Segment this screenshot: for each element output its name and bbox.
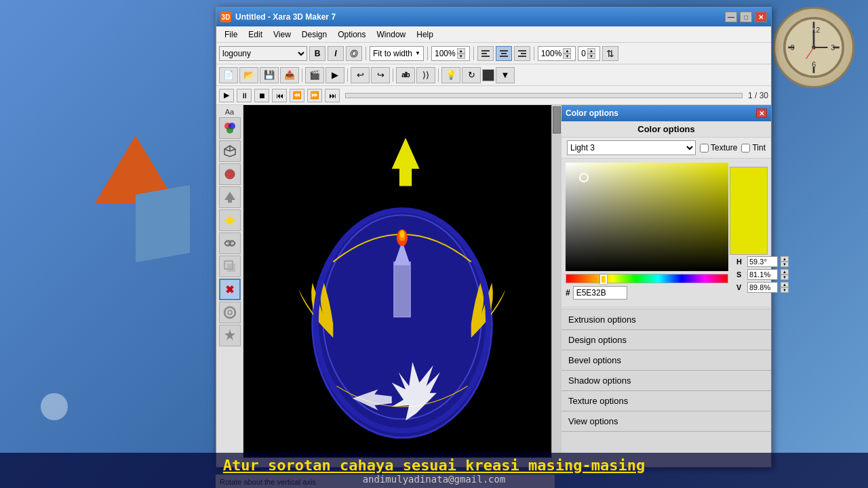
menu-window[interactable]: Window bbox=[372, 28, 412, 41]
bold-button[interactable]: B bbox=[309, 46, 326, 61]
design-options-item[interactable]: Design options bbox=[561, 330, 771, 350]
font-select[interactable]: logouny bbox=[219, 46, 307, 61]
new-button[interactable]: 📄 bbox=[219, 67, 238, 83]
zoom-up-button[interactable]: ▲ bbox=[457, 48, 465, 54]
hue-bar[interactable] bbox=[566, 274, 728, 283]
shadow-options-item[interactable]: Shadow options bbox=[561, 371, 771, 391]
menu-options[interactable]: Options bbox=[332, 28, 371, 41]
stop-button[interactable]: ⏹ bbox=[254, 89, 269, 102]
offset-down-button[interactable]: ▼ bbox=[587, 54, 595, 59]
color-picker-tool[interactable] bbox=[219, 117, 241, 139]
menu-view[interactable]: View bbox=[268, 28, 296, 41]
window-title: Untitled - Xara 3D Maker 7 bbox=[235, 12, 725, 22]
hue-input[interactable] bbox=[747, 256, 778, 267]
pause-button[interactable]: ⏸ bbox=[237, 89, 252, 102]
texture-options-item[interactable]: Texture options bbox=[561, 391, 771, 411]
canvas-scrollbar-vertical[interactable] bbox=[551, 105, 561, 467]
color-gradient-cursor[interactable] bbox=[579, 173, 589, 182]
fill-button[interactable] bbox=[482, 69, 494, 81]
render-button[interactable]: ▶ bbox=[326, 67, 344, 83]
menu-edit[interactable]: Edit bbox=[243, 28, 268, 41]
hue-cursor[interactable] bbox=[600, 274, 607, 284]
light-button[interactable]: 💡 bbox=[441, 67, 460, 83]
value-input[interactable] bbox=[747, 282, 778, 293]
extra-spin-button[interactable]: ⇅ bbox=[602, 46, 618, 61]
saturation-input[interactable] bbox=[747, 269, 778, 280]
save-button[interactable]: 💾 bbox=[260, 67, 279, 83]
desktop-decoration-white bbox=[41, 393, 68, 420]
x-transform-tool[interactable]: ✖ bbox=[219, 279, 241, 300]
prev-frame-button[interactable]: ⏪ bbox=[290, 89, 304, 102]
toolbar-separator-3 bbox=[473, 47, 474, 60]
text-tool-button[interactable]: aIb bbox=[396, 67, 415, 83]
align-left-button[interactable] bbox=[477, 46, 494, 61]
spacing-up-button[interactable]: ▲ bbox=[563, 48, 571, 54]
val-spinner[interactable]: ▲ ▼ bbox=[781, 282, 789, 293]
title-bar: 3D Untitled - Xara 3D Maker 7 — □ ✕ bbox=[216, 7, 771, 26]
rotate-button[interactable]: ↻ bbox=[462, 67, 481, 83]
canvas-area[interactable] bbox=[243, 105, 561, 467]
play-button[interactable]: ▶ bbox=[219, 89, 234, 102]
next-frame-button[interactable]: ⏩ bbox=[307, 89, 322, 102]
scroll-thumb-vertical[interactable] bbox=[553, 106, 561, 134]
texture-checkbox-label[interactable]: Texture bbox=[700, 143, 737, 152]
align-center-button[interactable] bbox=[496, 46, 512, 61]
hue-down-button[interactable]: ▼ bbox=[781, 262, 789, 267]
zoom-down-button[interactable]: ▼ bbox=[457, 54, 465, 59]
offset-spinner[interactable]: ▲ ▼ bbox=[587, 48, 597, 59]
spacing-down-button[interactable]: ▼ bbox=[563, 54, 571, 59]
val-down-button[interactable]: ▼ bbox=[781, 287, 789, 293]
italic-button[interactable]: I bbox=[328, 46, 344, 61]
animation-button[interactable]: 🎬 bbox=[305, 67, 324, 83]
color-gradient-picker[interactable] bbox=[566, 163, 728, 271]
tint-checkbox[interactable] bbox=[741, 144, 750, 152]
toolbar-separator-1 bbox=[366, 47, 366, 60]
arrow-tool[interactable] bbox=[219, 186, 241, 208]
sat-down-button[interactable]: ▼ bbox=[781, 274, 789, 280]
menu-file[interactable]: File bbox=[219, 28, 243, 41]
val-up-button[interactable]: ▲ bbox=[781, 282, 789, 287]
view-options-item[interactable]: View options bbox=[561, 411, 771, 432]
maximize-button[interactable]: □ bbox=[740, 12, 752, 22]
hue-spinner[interactable]: ▲ ▼ bbox=[781, 256, 789, 267]
fit-width-dropdown[interactable]: Fit to width ▼ bbox=[370, 46, 424, 61]
view-tool[interactable] bbox=[219, 232, 241, 254]
align-right-button[interactable] bbox=[514, 46, 530, 61]
sphere-tool[interactable] bbox=[219, 163, 241, 185]
ring-tool[interactable] bbox=[219, 302, 241, 323]
view-options-label: View options bbox=[568, 416, 618, 426]
last-frame-button[interactable]: ⏭ bbox=[325, 89, 340, 102]
first-frame-button[interactable]: ⏮ bbox=[272, 89, 287, 102]
sat-up-button[interactable]: ▲ bbox=[781, 269, 789, 274]
app-icon-text: 3D bbox=[222, 14, 231, 21]
open-button[interactable]: 📂 bbox=[239, 67, 258, 83]
light-tool-left[interactable] bbox=[219, 209, 241, 231]
sat-spinner[interactable]: ▲ ▼ bbox=[781, 269, 789, 280]
close-button[interactable]: ✕ bbox=[755, 12, 767, 22]
shadow-tool[interactable] bbox=[219, 256, 241, 277]
menu-design[interactable]: Design bbox=[296, 28, 332, 41]
undo-button[interactable]: ↩ bbox=[351, 67, 370, 83]
minimize-button[interactable]: — bbox=[725, 12, 737, 22]
more-button[interactable]: ▼ bbox=[496, 67, 515, 83]
spacing-spinner[interactable]: ▲ ▼ bbox=[563, 48, 572, 59]
redo-button[interactable]: ↪ bbox=[371, 67, 390, 83]
3d-cube-tool[interactable] bbox=[219, 140, 241, 162]
outline-button[interactable]: O bbox=[346, 46, 362, 61]
menu-help[interactable]: Help bbox=[411, 28, 439, 41]
offset-up-button[interactable]: ▲ bbox=[587, 48, 595, 54]
zoom-value: 100% bbox=[435, 49, 456, 58]
texture-checkbox[interactable] bbox=[700, 144, 709, 152]
bevel-options-item[interactable]: Bevel options bbox=[561, 350, 771, 371]
tint-checkbox-label[interactable]: Tint bbox=[741, 143, 766, 152]
hex-input[interactable] bbox=[573, 286, 627, 300]
extrusion-options-item[interactable]: Extrusion options bbox=[561, 310, 771, 330]
zoom-spinner[interactable]: ▲ ▼ bbox=[457, 48, 467, 59]
shape-tool-button[interactable]: ⟩⟩ bbox=[416, 67, 435, 83]
light-dropdown[interactable]: Light 3 Light 1 Light 2 Ambient bbox=[567, 140, 696, 155]
hue-up-button[interactable]: ▲ bbox=[781, 256, 789, 262]
star-tool[interactable] bbox=[219, 325, 241, 346]
export-button[interactable]: 📤 bbox=[280, 67, 299, 83]
color-options-close-button[interactable]: ✕ bbox=[756, 108, 767, 118]
frame-slider[interactable] bbox=[345, 93, 743, 98]
